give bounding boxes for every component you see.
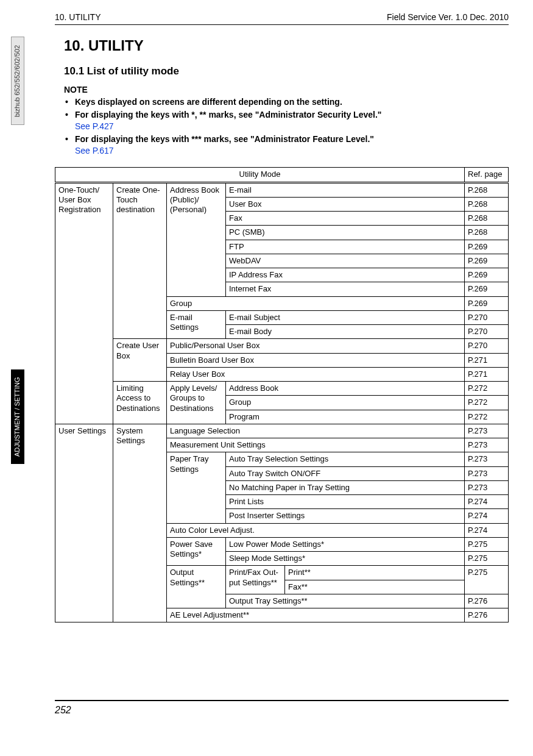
cell: FTP — [226, 240, 465, 254]
ref-link[interactable]: P.269 — [465, 240, 509, 254]
ref-link[interactable]: P.273 — [465, 466, 509, 480]
ref-link[interactable]: P.268 — [465, 226, 509, 240]
col-header-mode: Utility Mode — [55, 168, 465, 182]
ref-link[interactable]: P.274 — [465, 523, 509, 537]
cell: Power Save Settings* — [167, 537, 226, 566]
cell: System Settings — [113, 424, 167, 622]
bullet: For displaying the keys with *** marks, … — [64, 134, 509, 157]
cell: User Settings — [55, 424, 113, 622]
cell: E-mail — [226, 182, 465, 197]
col-header-ref: Ref. page — [465, 168, 509, 182]
cell: AE Level Adjustment** — [167, 608, 465, 622]
ref-link[interactable]: P.272 — [465, 382, 509, 396]
cell: Language Selection — [167, 424, 465, 438]
ref-link[interactable]: P.271 — [465, 353, 509, 367]
bullet: Keys displayed on screens are different … — [64, 96, 509, 108]
table-row: Limiting Access to Destina­tionsApply Le… — [55, 382, 509, 396]
cell: Output Settings** — [167, 566, 226, 608]
cell: Limiting Access to Destina­tions — [113, 382, 167, 424]
side-tab-section: ADJUSTMENT / SETTING — [11, 369, 24, 464]
ref-link[interactable]: P.273 — [465, 424, 509, 438]
cell: E-mail Settings — [167, 310, 226, 339]
ref-link[interactable]: P.270 — [465, 339, 509, 353]
ref-link[interactable]: P.273 — [465, 438, 509, 452]
cell: Auto Tray Selection Settings — [226, 452, 465, 466]
ref-link[interactable]: P.268 — [465, 197, 509, 211]
ref-link[interactable]: P.269 — [465, 254, 509, 268]
page-content: 10. UTILITY Field Service Ver. 1.0 Dec. … — [46, 12, 509, 622]
note-bullets: Keys displayed on screens are different … — [64, 96, 509, 156]
cell: E-mail Body — [226, 325, 465, 339]
chapter-title: 10. UTILITY — [64, 37, 509, 54]
page-link[interactable]: See P.617 — [75, 146, 114, 155]
cell: Fax — [226, 212, 465, 226]
cell: Post Inserter Settings — [226, 509, 465, 523]
cell: Internet Fax — [226, 282, 465, 296]
cell: E-mail Subject — [226, 310, 465, 324]
table-header-row: Utility Mode Ref. page — [55, 168, 509, 182]
cell: Auto Tray Switch ON/OFF — [226, 466, 465, 480]
header-rule — [55, 24, 509, 25]
table-row: One-Touch/ User Box Registration Create … — [55, 182, 509, 197]
cell: Bulletin Board User Box — [167, 353, 465, 367]
cell: Group — [226, 396, 465, 410]
ref-link[interactable]: P.273 — [465, 452, 509, 466]
ref-link[interactable]: P.272 — [465, 410, 509, 424]
ref-link[interactable]: P.271 — [465, 367, 509, 381]
ref-link[interactable]: P.268 — [465, 212, 509, 226]
cell: User Box — [226, 197, 465, 211]
ref-link[interactable]: P.275 — [465, 566, 509, 594]
section-title: 10.1 List of utility mode — [64, 65, 509, 77]
ref-link[interactable]: P.276 — [465, 594, 509, 608]
side-tab-model: bizhub 652/552/602/502 — [11, 37, 24, 125]
cell: Address Book (Public)/ (Personal) — [167, 182, 226, 296]
ref-link[interactable]: P.274 — [465, 509, 509, 523]
ref-link[interactable]: P.270 — [465, 325, 509, 339]
cell: Sleep Mode Settings* — [226, 552, 465, 566]
bullet-text: For displaying the keys with *, ** marks… — [75, 110, 381, 119]
cell: Relay User Box — [167, 367, 465, 381]
ref-link[interactable]: P.269 — [465, 296, 509, 310]
cell: PC (SMB) — [226, 226, 465, 240]
cell: Fax** — [285, 580, 465, 594]
ref-link[interactable]: P.272 — [465, 396, 509, 410]
cell: Print** — [285, 566, 465, 580]
cell: Create One-Touch destination — [113, 182, 167, 339]
table-row: User Settings System Settings Language S… — [55, 424, 509, 438]
bullet: For displaying the keys with *, ** marks… — [64, 109, 509, 132]
ref-link[interactable]: P.270 — [465, 310, 509, 324]
cell: Group — [167, 296, 465, 310]
cell: Print/Fax Out­put Settings** — [226, 566, 285, 594]
cell: IP Address Fax — [226, 268, 465, 282]
page-number: 252 — [55, 700, 509, 716]
cell: Low Power Mode Settings* — [226, 537, 465, 551]
bullet-text: Keys displayed on screens are different … — [75, 97, 342, 107]
ref-link[interactable]: P.268 — [465, 182, 509, 197]
ref-link[interactable]: P.276 — [465, 608, 509, 622]
cell: Apply Levels/ Groups to Destinations — [167, 382, 226, 424]
ref-link[interactable]: P.275 — [465, 537, 509, 551]
running-header: 10. UTILITY Field Service Ver. 1.0 Dec. … — [55, 12, 509, 24]
note-label: NOTE — [64, 85, 509, 94]
utility-table: Utility Mode Ref. page One-Touch/ User B… — [55, 167, 509, 622]
cell: Output Tray Settings** — [226, 594, 465, 608]
ref-link[interactable]: P.275 — [465, 552, 509, 566]
cell: Print Lists — [226, 495, 465, 509]
header-left: 10. UTILITY — [55, 12, 101, 22]
header-right: Field Service Ver. 1.0 Dec. 2010 — [387, 12, 509, 22]
ref-link[interactable]: P.269 — [465, 268, 509, 282]
cell: Create User Box — [113, 339, 167, 382]
cell: Measurement Unit Settings — [167, 438, 465, 452]
ref-link[interactable]: P.269 — [465, 282, 509, 296]
table-row: Create User BoxPublic/Personal User BoxP… — [55, 339, 509, 353]
ref-link[interactable]: P.273 — [465, 480, 509, 494]
cell: Paper Tray Settings — [167, 452, 226, 523]
page-link[interactable]: See P.427 — [75, 121, 114, 131]
cell: No Matching Paper in Tray Setting — [226, 480, 465, 494]
cell: WebDAV — [226, 254, 465, 268]
bullet-text: For displaying the keys with *** marks, … — [75, 134, 374, 144]
cell: Auto Color Level Adjust. — [167, 523, 465, 537]
ref-link[interactable]: P.274 — [465, 495, 509, 509]
cell: One-Touch/ User Box Registration — [55, 182, 113, 424]
cell: Address Book — [226, 382, 465, 396]
